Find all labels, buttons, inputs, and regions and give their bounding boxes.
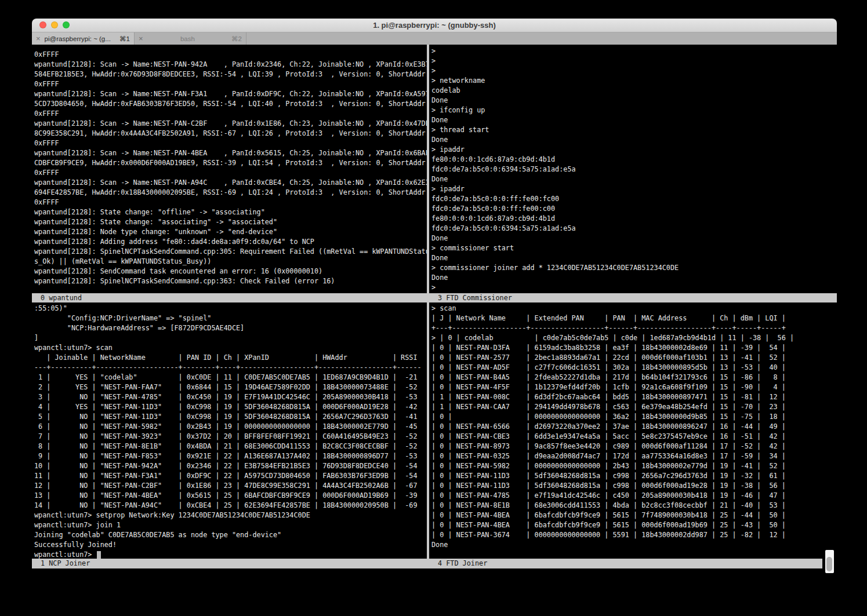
terminal-line: wpanctl:utun7> setprop Network:Key 1234C… [34, 511, 427, 520]
tab-ssh-session[interactable]: × pi@raspberrypi: ~ (g... ⌘1 [32, 32, 135, 45]
terminal-line: 0xFFFF [34, 168, 427, 178]
terminal-line: "NCP:HardwareAddress" => [F872DF9CD5AE4D… [34, 323, 427, 333]
terminal-line: | 0 | NEST-PAN-6566 | d26973220a370ee2 |… [431, 422, 834, 432]
pane-ftd-joiner[interactable]: > scan| J | Network Name | Extended PAN … [431, 304, 834, 559]
pane-wpantund[interactable]: 0xFFFFwpantund[2128]: Scan -> Name:NEST-… [34, 50, 427, 293]
terminal-line: > ifconfig up [431, 105, 834, 115]
terminal-line: Done [431, 234, 834, 243]
terminal-line: "Config:NCP:DriverName" => "spinel" [34, 314, 427, 323]
terminal-line: > [431, 46, 834, 56]
terminal-line: 0xFFFF [34, 79, 427, 89]
terminal-line: fdc0:de7a:b5c0:0:6394:5a75:a1ad:e5a [431, 224, 834, 234]
terminal-line: | Joinable | NetworkName | PAN ID | Ch |… [34, 353, 427, 363]
terminal-line: 584EFB21B5E3, HwAddr:0x76D93D8F8DEDCEE3,… [34, 70, 427, 79]
terminal-line: Done [431, 96, 834, 105]
traffic-lights [39, 21, 70, 28]
terminal-line: > [431, 56, 834, 66]
terminal-line: 10 | NO | "NEST-PAN-942A" | 0x2346 | 22 … [34, 461, 427, 471]
terminal-line: | 1 | NEST-PAN-CAA7 | 294149dd4978b678 |… [431, 402, 834, 412]
window-titlebar[interactable]: 1. pi@raspberrypi: ~ (gnubby-ssh) [32, 19, 837, 32]
pane-ncp-joiner[interactable]: :55:05)" "Config:NCP:DriverName" => "spi… [34, 304, 427, 559]
terminal-line: 5 | NO | "NEST-PAN-11D3" | 0xC998 | 19 |… [34, 412, 427, 422]
terminal-line: Done [431, 135, 834, 145]
terminal-line: Done [431, 273, 834, 283]
pane-ftd-commissioner[interactable]: >>>> networknamecodelabDone> ifconfig up… [431, 46, 834, 293]
terminal-line: 694FE42857BE, HwAddr:0x18B43000002095BE,… [34, 188, 427, 198]
terminal-line: fdc0:de7a:b5c0:0:6394:5a75:a1ad:e5a [431, 165, 834, 174]
terminal-line: wpantund[2128]: Scan -> Name:NEST-PAN-F3… [34, 89, 427, 99]
terminal-line: wpantund[2128]: Node type change: "unkno… [34, 227, 427, 237]
terminal-line: | 0 | NEST-PAN-AD5F | c27f7c606dc16351 |… [431, 363, 834, 373]
minimize-window-button[interactable] [51, 21, 58, 28]
terminal-line: Done [431, 115, 834, 125]
terminal-line: wpantund[2128]: SpinelNCPTaskSendCommand… [34, 247, 427, 257]
terminal-line: > ipaddr [431, 184, 834, 194]
close-tab-icon[interactable]: × [139, 34, 143, 43]
terminal-line: 0xFFFF [34, 109, 427, 119]
terminal-line: > [431, 66, 834, 76]
terminal-line: 8 | NO | "NEST-PAN-8E1B" | 0x4BDA | 21 |… [34, 442, 427, 451]
terminal-area: 0xFFFFwpantund[2128]: Scan -> Name:NEST-… [32, 45, 837, 602]
terminal-line: | 0 | NEST-PAN-11D3 | 5df36048268d815a |… [431, 471, 834, 481]
terminal-line: 6 | NO | "NEST-PAN-5982" | 0x2B43 | 19 |… [34, 422, 427, 432]
terminal-line: fe80:0:0:0:1cd6:87a9:cb9d:4b1d [431, 214, 834, 224]
terminal-line: Successfully Joined! [34, 540, 427, 550]
terminal-line: wpantund[2128]: SpinelNCPTaskSendCommand… [34, 276, 427, 286]
close-window-button[interactable] [39, 21, 46, 28]
terminal-line: | J | Network Name | Extended PAN | PAN … [431, 314, 834, 323]
tab-shortcut: ⌘1 [119, 35, 130, 43]
pane-status-ftd-joiner: 4 FTD Joiner [429, 559, 822, 568]
terminal-line: | 0 | NEST-PAN-4785 | e7f19a41dc42546c |… [431, 491, 834, 501]
terminal-line: > ipaddr [431, 145, 834, 155]
close-tab-icon[interactable]: × [36, 34, 41, 43]
terminal-line: 13 | NO | "NEST-PAN-4BEA" | 0x5615 | 25 … [34, 491, 427, 501]
terminal-line: ] [34, 333, 427, 343]
pane-status-ncp-joiner: 1 NCP Joiner [32, 559, 429, 568]
terminal-line: codelab [431, 86, 834, 96]
terminal-line: wpantund[2128]: State change: "offline" … [34, 207, 427, 217]
terminal-line: | 0 | NEST-PAN-0325 | d9eaa2d008d74ac7 |… [431, 451, 834, 461]
terminal-line: 3 | NO | "NEST-PAN-4785" | 0xC450 | 19 |… [34, 392, 427, 402]
terminal-line: CDBFCB9F9CE9, HwAddr:0x000D6F000AD19BE9,… [34, 158, 427, 168]
pane-status-wpantund: 0 wpantund [32, 293, 429, 302]
terminal-line: > commissioner joiner add * 1234C0DE7AB5… [431, 263, 834, 273]
terminal-line: wpantund[2128]: State change: "associati… [34, 217, 427, 227]
terminal-line: Joining "codelab" C0DE7AB5C0DE7AB5 as no… [34, 530, 427, 540]
terminal-line: s_Ok) || (mRetVal == kWPANTUNDStatus_Bus… [34, 257, 427, 267]
tab-label: bash [147, 35, 228, 42]
terminal-line: wpanctl:utun7> join 1 [34, 520, 427, 530]
terminal-line: wpanctl:utun7> scan [34, 343, 427, 353]
terminal-line: Done [431, 253, 834, 263]
tab-bar: × pi@raspberrypi: ~ (g... ⌘1 × bash ⌘2 [32, 32, 837, 45]
tab-bash[interactable]: × bash ⌘2 [135, 32, 246, 45]
terminal-line: wpantund[2128]: Scan -> Name:NEST-PAN-94… [34, 60, 427, 70]
terminal-line: wpanctl:utun7> [34, 550, 427, 559]
terminal-line: > commissioner start [431, 243, 834, 253]
terminal-line: 5CD73D804650, HwAddr:0xFAB6303B76F3ED50,… [34, 99, 427, 109]
terminal-line: Done [431, 540, 834, 550]
zoom-window-button[interactable] [63, 21, 70, 28]
terminal-line: ---+----------+--------------------+----… [34, 363, 427, 373]
terminal-line: | 0 | NEST-PAN-8E1B | 68e3006cdd411553 |… [431, 501, 834, 511]
terminal-line: +---+------------------+----------------… [431, 323, 834, 333]
terminal-line: > thread start [431, 125, 834, 135]
terminal-line: :55:05)" [34, 304, 427, 314]
terminal-line: fe80:0:0:0:1cd6:87a9:cb9d:4b1d [431, 155, 834, 165]
terminal-line: 7 | NO | "NEST-PAN-3923" | 0x37D2 | 20 |… [34, 432, 427, 442]
pane-divider[interactable] [427, 45, 429, 568]
terminal-line: wpantund[2128]: Scan -> Name:NEST-PAN-A9… [34, 178, 427, 188]
terminal-line: 12 | NO | "NEST-PAN-C2BF" | 0x1E86 | 23 … [34, 481, 427, 491]
terminal-line: wpantund[2128]: Scan -> Name:NEST-PAN-4B… [34, 148, 427, 158]
scrollbar-track[interactable] [825, 550, 834, 573]
terminal-line: | 0 | NEST-PAN-B4A5 | 2fdeab52227d1dba |… [431, 373, 834, 382]
terminal-line: 0xFFFF [34, 138, 427, 148]
scrollbar-thumb[interactable] [826, 557, 832, 571]
terminal-line: 11 | NO | "NEST-PAN-F3A1" | 0xDF9C | 22 … [34, 471, 427, 481]
terminal-line: | 0 | NEST-PAN-8973 | 9ac857f8ee3e4420 |… [431, 442, 834, 451]
terminal-line: fdc0:de7a:b5c0:0:0:ff:fe00:c00 [431, 204, 834, 214]
terminal-line: | 0 | NEST-PAN-11D3 | 5df36048268d815a |… [431, 481, 834, 491]
terminal-line: | 0 | NEST-PAN-5982 | 0000000000000000 |… [431, 461, 834, 471]
terminal-line: 1 | YES | "codelab" | 0xC0DE | 11 | C0DE… [34, 373, 427, 382]
terminal-line: | 0 | NEST-PAN-D3FA | 6159adc3ba8b3258 |… [431, 343, 834, 353]
terminal-line: 8C99E358C291, HwAddr:0x4A4A3C4FB2502A91,… [34, 129, 427, 138]
